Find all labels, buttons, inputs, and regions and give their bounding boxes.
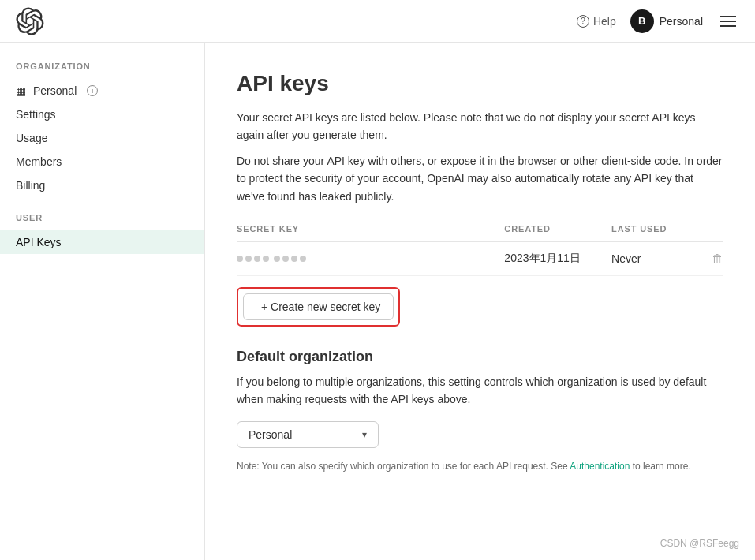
default-org-desc: If you belong to multiple organizations,… — [237, 373, 723, 409]
user-name: Personal — [660, 15, 703, 28]
note-text-after: to learn more. — [630, 461, 690, 472]
sidebar: ORGANIZATION ▦ Personal i Settings Usage… — [0, 43, 205, 560]
sidebar-item-billing[interactable]: Billing — [0, 174, 204, 197]
header: ? Help B Personal — [0, 0, 755, 43]
layout: ORGANIZATION ▦ Personal i Settings Usage… — [0, 43, 755, 560]
sidebar-item-personal[interactable]: ▦ Personal i — [0, 79, 204, 103]
create-key-highlight: + Create new secret key — [237, 287, 400, 327]
col-header-last-used: LAST USED — [611, 224, 699, 242]
sidebar-item-label: API Keys — [16, 236, 62, 248]
user-section-label: USER — [0, 213, 204, 230]
sidebar-item-label: Members — [16, 155, 62, 168]
sidebar-item-api-keys[interactable]: API Keys — [0, 230, 204, 254]
help-button[interactable]: ? Help — [577, 15, 616, 28]
sidebar-item-label: Personal — [33, 84, 77, 97]
sidebar-item-label: Billing — [16, 179, 45, 192]
sidebar-item-usage[interactable]: Usage — [0, 126, 204, 150]
help-label: Help — [593, 15, 616, 28]
page-title: API keys — [237, 71, 723, 96]
col-header-created: CREATED — [504, 224, 611, 242]
key-masked-cell — [237, 241, 504, 275]
description-2: Do not share your API key with others, o… — [237, 152, 723, 205]
org-section-label: ORGANIZATION — [0, 62, 204, 79]
user-menu[interactable]: B Personal — [630, 9, 703, 33]
key-last-used-cell: Never — [611, 241, 699, 275]
delete-icon[interactable]: 🗑 — [712, 252, 723, 265]
sidebar-item-label: Usage — [16, 132, 47, 144]
help-icon: ? — [577, 15, 589, 28]
hamburger-menu[interactable] — [717, 13, 739, 30]
create-key-label: + Create new secret key — [261, 301, 380, 313]
note-text-before: Note: You can also specify which organiz… — [237, 461, 570, 472]
create-key-button[interactable]: + Create new secret key — [243, 293, 394, 320]
chevron-down-icon: ▾ — [362, 429, 367, 440]
authentication-link[interactable]: Authentication — [570, 461, 630, 472]
main-content: API keys Your secret API keys are listed… — [205, 43, 755, 560]
key-delete-cell[interactable]: 🗑 — [699, 241, 723, 275]
building-icon: ▦ — [16, 84, 26, 97]
sidebar-item-settings[interactable]: Settings — [0, 103, 204, 126]
avatar: B — [630, 9, 654, 33]
col-header-action — [699, 224, 723, 242]
default-org-title: Default organization — [237, 349, 723, 365]
watermark: CSDN @RSFeegg — [660, 538, 739, 549]
description-1: Your secret API keys are listed below. P… — [237, 109, 723, 144]
keys-table: SECRET KEY CREATED LAST USED — [237, 224, 723, 276]
col-header-secret: SECRET KEY — [237, 224, 504, 242]
header-right: ? Help B Personal — [577, 9, 739, 33]
sidebar-item-members[interactable]: Members — [0, 150, 204, 174]
org-dropdown-value: Personal — [249, 428, 292, 441]
key-created-cell: 2023年1月11日 — [504, 241, 611, 275]
sidebar-item-label: Settings — [16, 108, 56, 121]
org-dropdown[interactable]: Personal ▾ — [237, 421, 379, 448]
table-row: 2023年1月11日 Never 🗑 — [237, 241, 723, 275]
note-text: Note: You can also specify which organiz… — [237, 459, 723, 473]
key-masked-value — [237, 256, 504, 262]
info-icon: i — [87, 85, 98, 96]
logo — [16, 7, 44, 35]
